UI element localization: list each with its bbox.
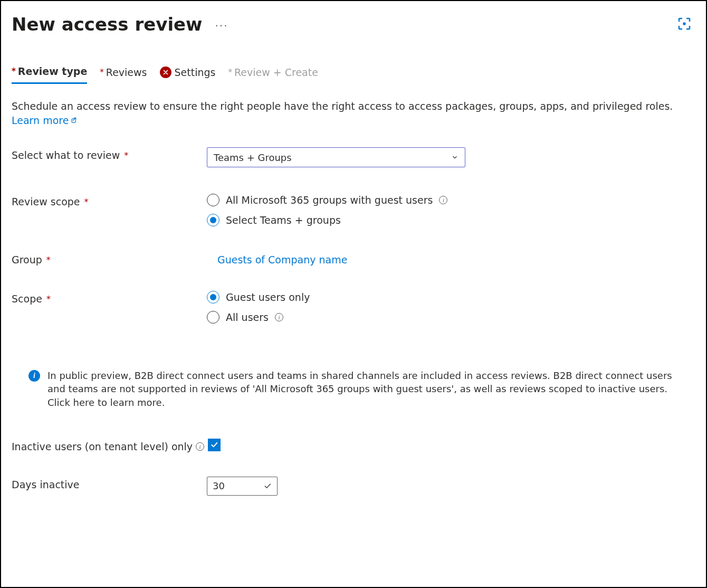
info-icon[interactable]: i — [275, 313, 283, 321]
row-inactive-users: Inactive users (on tenant level) only i — [12, 439, 695, 452]
label-select-what: Select what to review * — [12, 147, 207, 161]
required-asterisk: * — [46, 255, 51, 265]
radio-icon — [207, 194, 219, 206]
select-value: Teams + Groups — [214, 152, 292, 163]
svg-point-0 — [683, 22, 686, 25]
learn-more-link[interactable]: Learn more — [12, 115, 77, 126]
required-asterisk: * — [228, 68, 232, 77]
days-inactive-input[interactable]: 30 — [207, 477, 278, 496]
required-asterisk: * — [12, 67, 16, 76]
label-text: Days inactive — [12, 479, 80, 490]
chevron-down-icon — [451, 154, 458, 161]
info-icon[interactable]: i — [439, 196, 447, 204]
field-review-scope: All Microsoft 365 groups with guest user… — [207, 194, 695, 234]
tab-label: Settings — [175, 67, 216, 78]
label-text: Scope — [12, 293, 42, 305]
inactive-users-checkbox[interactable] — [208, 439, 221, 451]
label-text: Review scope — [12, 196, 80, 207]
field-scope: Guest users only All users i — [207, 291, 695, 331]
radio-guest-users-only[interactable]: Guest users only — [207, 291, 695, 304]
intro-body: Schedule an access review to ensure the … — [12, 100, 673, 112]
intro-text: Schedule an access review to ensure the … — [12, 99, 695, 127]
radio-icon — [207, 214, 219, 226]
required-asterisk: * — [46, 294, 51, 304]
tab-label: Reviews — [106, 67, 147, 78]
tab-label: Review type — [18, 65, 87, 77]
row-select-what: Select what to review * Teams + Groups — [12, 147, 695, 167]
radio-select-teams-groups[interactable]: Select Teams + groups — [207, 214, 695, 226]
required-asterisk: * — [100, 68, 104, 77]
focus-mode-icon[interactable] — [676, 16, 692, 34]
page-title: New access review — [12, 14, 203, 35]
row-days-inactive: Days inactive 30 — [12, 477, 695, 496]
radio-icon — [207, 291, 219, 304]
label-text: Select what to review — [12, 149, 120, 161]
info-banner-text: In public preview, B2B direct connect us… — [47, 369, 674, 409]
days-value: 30 — [213, 480, 225, 491]
tab-settings[interactable]: Settings — [160, 65, 216, 84]
learn-more-label: Learn more — [12, 115, 69, 126]
tab-label: Review + Create — [234, 67, 318, 78]
required-asterisk: * — [84, 197, 89, 207]
field-days-inactive: 30 — [207, 477, 695, 496]
info-banner: i In public preview, B2B direct connect … — [28, 369, 695, 409]
info-icon[interactable]: i — [196, 442, 204, 451]
tabs: * Review type * Reviews Settings * Revie… — [12, 65, 695, 84]
tab-reviews[interactable]: * Reviews — [100, 65, 147, 84]
row-group: Group * Guests of Company name — [12, 252, 695, 265]
label-inactive-users: Inactive users (on tenant level) only i — [12, 439, 207, 452]
field-group: Guests of Company name — [207, 252, 695, 265]
title-wrap: New access review ··· — [12, 12, 228, 35]
label-text: Inactive users (on tenant level) only — [12, 441, 193, 452]
label-text: Group — [12, 254, 42, 265]
field-select-what: Teams + Groups — [207, 147, 695, 167]
field-inactive-users — [207, 439, 695, 451]
radio-all-m365-groups[interactable]: All Microsoft 365 groups with guest user… — [207, 194, 695, 206]
radio-all-users[interactable]: All users i — [207, 311, 695, 324]
label-days-inactive: Days inactive — [12, 477, 207, 490]
radio-label: All Microsoft 365 groups with guest user… — [226, 194, 433, 206]
tab-review-type[interactable]: * Review type — [12, 65, 87, 84]
radio-icon — [207, 311, 219, 324]
group-link[interactable]: Guests of Company name — [217, 252, 347, 265]
row-review-scope: Review scope * All Microsoft 365 groups … — [12, 194, 695, 234]
page-frame: New access review ··· * Review type * Re… — [0, 0, 707, 588]
row-scope: Scope * Guest users only All users i — [12, 291, 695, 331]
radio-label: All users — [226, 311, 269, 323]
label-review-scope: Review scope * — [12, 194, 207, 207]
check-icon — [263, 482, 272, 490]
info-icon: i — [28, 370, 40, 382]
label-scope: Scope * — [12, 291, 207, 305]
tab-review-create[interactable]: * Review + Create — [228, 65, 318, 84]
required-asterisk: * — [124, 150, 128, 160]
error-icon — [160, 67, 171, 78]
more-actions-button[interactable]: ··· — [215, 14, 228, 32]
select-what-dropdown[interactable]: Teams + Groups — [207, 147, 465, 167]
label-group: Group * — [12, 252, 207, 265]
radio-label: Select Teams + groups — [226, 214, 341, 226]
external-link-icon — [70, 113, 77, 128]
radio-label: Guest users only — [226, 291, 310, 303]
header-row: New access review ··· — [12, 12, 695, 35]
